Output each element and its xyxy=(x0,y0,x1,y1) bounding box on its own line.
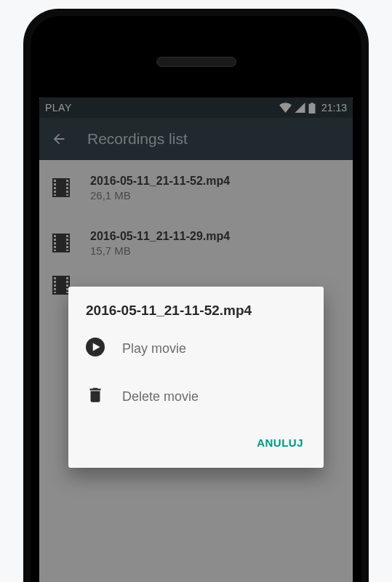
screen: PLAY 21:13 xyxy=(39,97,353,582)
cancel-button[interactable]: ANULUJ xyxy=(249,431,311,455)
phone-body: PLAY 21:13 xyxy=(31,16,361,582)
phone-speaker xyxy=(156,57,236,67)
trash-icon xyxy=(86,386,105,407)
play-icon xyxy=(86,338,105,359)
play-movie-option[interactable]: Play movie xyxy=(68,324,324,372)
delete-movie-label: Delete movie xyxy=(122,389,199,404)
dialog-title: 2016-05-11_21-11-52.mp4 xyxy=(68,303,324,324)
delete-movie-option[interactable]: Delete movie xyxy=(68,372,324,420)
play-movie-label: Play movie xyxy=(122,341,186,356)
dialog-actions: ANULUJ xyxy=(68,420,324,462)
phone-frame: PLAY 21:13 xyxy=(23,9,369,582)
context-dialog: 2016-05-11_21-11-52.mp4 Play movie Delet… xyxy=(68,287,324,468)
